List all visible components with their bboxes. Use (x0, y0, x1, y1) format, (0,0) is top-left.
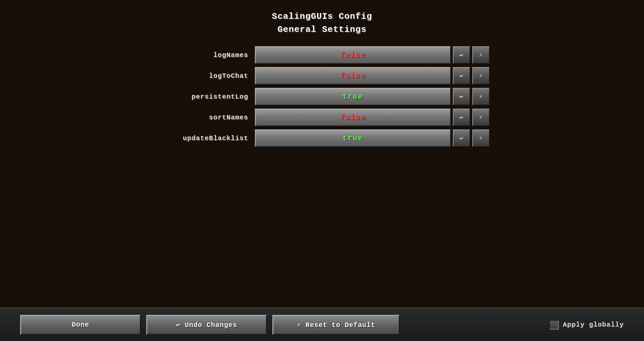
undo-changes-button[interactable]: ↩ Undo Changes (146, 315, 267, 335)
bottom-bar: Done ↩ Undo Changes ⚡ Reset to Default A… (0, 307, 644, 341)
undo-btn-updateBlacklist[interactable]: ↩ (453, 129, 470, 147)
reset-btn-logToChat[interactable]: ⚡ (472, 67, 490, 84)
setting-row-logToChat: logToChat false ↩ ⚡ (154, 67, 490, 84)
value-btn-logNames[interactable]: false (255, 46, 451, 64)
apply-globally-label: Apply globally (563, 321, 624, 329)
undo-btn-sortNames[interactable]: ↩ (453, 109, 470, 126)
value-btn-logToChat[interactable]: false (255, 67, 451, 84)
value-btn-updateBlacklist[interactable]: true (255, 129, 451, 147)
reset-to-default-button[interactable]: ⚡ Reset to Default (272, 315, 400, 335)
reset-btn-persistentLog[interactable]: ⚡ (472, 88, 490, 105)
value-btn-persistentLog[interactable]: true (255, 88, 451, 105)
undo-btn-logNames[interactable]: ↩ (453, 46, 470, 64)
undo-btn-logToChat[interactable]: ↩ (453, 67, 470, 84)
setting-row-logNames: logNames false ↩ ⚡ (154, 46, 490, 64)
value-btn-sortNames[interactable]: false (255, 109, 451, 126)
label-updateBlacklist: updateBlacklist (154, 134, 248, 142)
done-button[interactable]: Done (20, 315, 141, 335)
label-persistentLog: persistentLog (154, 93, 248, 101)
label-logNames: logNames (154, 51, 248, 59)
settings-area: logNames false ↩ ⚡ logToChat false ↩ ⚡ p… (154, 46, 490, 150)
reset-btn-updateBlacklist[interactable]: ⚡ (472, 129, 490, 147)
setting-row-persistentLog: persistentLog true ↩ ⚡ (154, 88, 490, 105)
setting-row-sortNames: sortNames false ↩ ⚡ (154, 109, 490, 126)
apply-globally-area: Apply globally (549, 320, 624, 330)
label-logToChat: logToChat (154, 72, 248, 80)
setting-row-updateBlacklist: updateBlacklist true ↩ ⚡ (154, 129, 490, 147)
page-title: ScalingGUIs Config General Settings (272, 10, 372, 36)
undo-btn-persistentLog[interactable]: ↩ (453, 88, 470, 105)
apply-globally-checkbox[interactable] (549, 320, 559, 330)
reset-btn-logNames[interactable]: ⚡ (472, 46, 490, 64)
reset-btn-sortNames[interactable]: ⚡ (472, 109, 490, 126)
label-sortNames: sortNames (154, 114, 248, 121)
